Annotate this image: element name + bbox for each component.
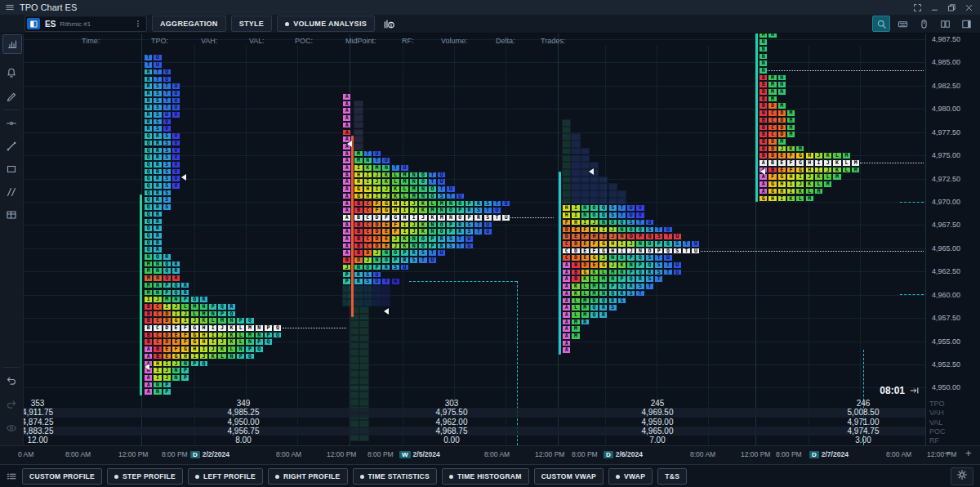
bottom-button-right-profile[interactable]: RIGHT PROFILE (268, 468, 348, 485)
bottom-button-custom-profile[interactable]: CUSTOM PROFILE (22, 468, 102, 485)
symbol-selector[interactable]: ES Rithmic #1 (24, 16, 147, 32)
zoom-tool-icon[interactable] (872, 16, 890, 32)
tpo-cell: Q (626, 275, 635, 283)
draw-marker-icon[interactable] (2, 88, 20, 106)
tpo-cell: J (172, 303, 180, 311)
tpo-cell: I (400, 221, 409, 229)
tpo-cell: L (571, 311, 580, 319)
bottom-button-custom-vwap[interactable]: CUSTOM VWAP (534, 468, 604, 485)
date-text: 2/6/2024 (616, 450, 643, 458)
tpo-cell: U (381, 157, 390, 164)
price-marker-arrow (384, 308, 389, 315)
settings-button[interactable] (951, 467, 973, 485)
point-tool-icon[interactable] (2, 114, 20, 132)
panel-toggle-icon[interactable] (957, 16, 975, 32)
tpo-cell (359, 399, 368, 406)
tpo-cell: E (777, 152, 786, 159)
tpo-cell: O (645, 240, 654, 248)
tpo-cell: C (363, 200, 372, 208)
tpo-cell: D (571, 248, 580, 255)
symbol-more-icon[interactable] (133, 19, 143, 29)
redo-icon[interactable] (2, 395, 20, 413)
chart-stage[interactable]: 4,987.504,985.004,982.504,980.004,977.50… (0, 0, 980, 487)
tpo-cell: S (673, 240, 682, 248)
tpo-cell: Q (144, 132, 153, 140)
open-range-strip (351, 136, 354, 317)
tpo-cell: V (163, 125, 172, 132)
tpo-cell: U (153, 61, 162, 69)
tpo-cell: I (208, 338, 217, 346)
visibility-icon[interactable] (2, 419, 20, 437)
tpo-cell: H (562, 212, 571, 219)
tpo-cell: K (590, 269, 599, 276)
menu-hamburger-icon[interactable] (5, 2, 15, 12)
zoom-in-button[interactable]: + (965, 447, 972, 459)
tpo-cell: R (608, 297, 617, 305)
tpo-cell: I (363, 172, 372, 179)
tpo-cell: P (635, 233, 644, 240)
tpo-cell: T (163, 104, 172, 111)
tpo-cell (562, 119, 571, 127)
tpo-cell: U (372, 271, 381, 279)
zoom-out-button[interactable]: − (944, 447, 951, 459)
tpo-cell: N (635, 240, 644, 248)
tpo-cell: R (354, 271, 363, 279)
vwap-line (409, 281, 517, 282)
toolbar-button-volume-analysis[interactable]: VOLUME ANALYSIS (277, 16, 375, 32)
bottom-button-t-s[interactable]: T&S (657, 468, 687, 485)
tpo-cell: H (608, 240, 617, 248)
volume-analysis-indicator-icon[interactable] (380, 16, 399, 31)
restore-button[interactable] (947, 3, 956, 12)
date-label: D2/7/2024 (809, 450, 849, 458)
stat-value: 4,969.50 (608, 408, 706, 417)
info-table-icon[interactable] (2, 206, 20, 224)
tpo-cell: P (264, 332, 273, 339)
tpo-cell: J (391, 243, 400, 250)
tpo-cell: N (172, 367, 180, 374)
undo-icon[interactable] (2, 372, 20, 390)
alert-bell-icon[interactable] (2, 64, 20, 82)
tpo-cell: R (354, 293, 363, 300)
line-tool-icon[interactable] (2, 137, 20, 155)
fullscreen-button[interactable] (913, 3, 922, 12)
tpo-cell: U (163, 69, 172, 76)
tpo-cell: J (217, 332, 226, 339)
tpo-cell: H (199, 338, 208, 346)
price-label: 4,967.50 (932, 221, 960, 229)
tpo-cell (581, 190, 590, 198)
tpo-cell: S (163, 190, 172, 197)
parallel-lines-icon[interactable] (2, 183, 20, 201)
tpo-cell (350, 364, 359, 371)
toolbar-button-style[interactable]: STYLE (231, 16, 273, 32)
bottom-button-time-histogram[interactable]: TIME HISTOGRAM (442, 468, 529, 485)
tpo-cell: N (172, 374, 180, 382)
minimize-button[interactable] (930, 3, 939, 12)
tpo-cell: J (409, 221, 418, 229)
chart-style-icon[interactable] (2, 34, 22, 54)
time-axis[interactable]: 0 AM8:00 AM12:00 PM8:00 PMD2/2/20248:00 … (0, 445, 980, 465)
panel-list-icon[interactable] (6, 471, 17, 482)
tpo-cell: B (354, 221, 363, 229)
rectangle-tool-icon[interactable] (2, 160, 20, 178)
close-button[interactable] (964, 3, 973, 12)
tpo-cell: H (391, 200, 400, 208)
open-range-strip (559, 172, 561, 355)
tpo-cell: N (236, 346, 245, 353)
tpo-cell: F (768, 173, 777, 181)
tpo-cell: P (180, 367, 189, 374)
tpo-cell: K (217, 346, 226, 353)
panels-icon[interactable] (936, 16, 954, 32)
toolbar-button-aggregation[interactable]: AGGREGATION (152, 16, 226, 32)
bottom-button-time-statistics[interactable]: TIME STATISTICS (353, 468, 438, 485)
keyboard-icon[interactable] (893, 16, 911, 32)
bottom-button-step-profile[interactable]: STEP PROFILE (107, 468, 183, 485)
tpo-cell: S (483, 200, 492, 208)
stat-value: 245 (608, 399, 706, 408)
tpo-cell: K (581, 275, 590, 283)
mouse-icon[interactable] (915, 16, 933, 32)
bottom-button-vwap[interactable]: VWAP (608, 468, 653, 485)
tpo-cell: G (795, 167, 804, 174)
tpo-cell: O (617, 254, 626, 261)
bottom-button-left-profile[interactable]: LEFT PROFILE (188, 468, 263, 485)
chart-type-icon[interactable] (27, 18, 40, 29)
